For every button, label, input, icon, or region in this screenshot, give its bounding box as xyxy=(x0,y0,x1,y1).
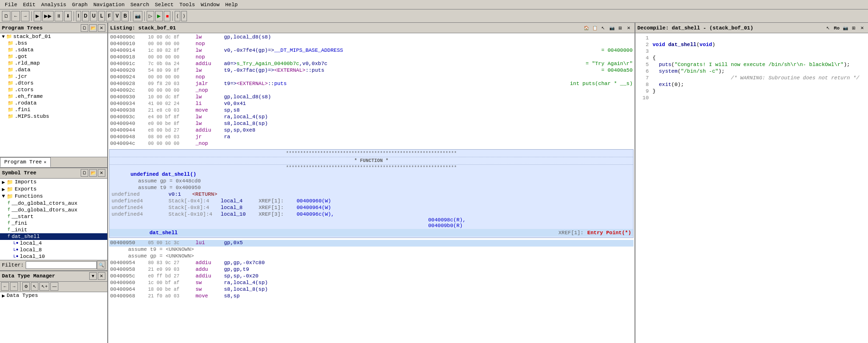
toolbar-f[interactable]: F xyxy=(106,11,112,21)
dtype-cursor2[interactable]: ↖+ xyxy=(39,282,49,291)
toolbar-forward[interactable]: → xyxy=(21,11,29,21)
toolbar-u[interactable]: U xyxy=(90,11,97,21)
sym-init[interactable]: f _init xyxy=(0,227,107,233)
decompiler-close[interactable]: ✕ xyxy=(859,24,866,32)
tree-item-fini[interactable]: 📁 .fini xyxy=(0,106,107,113)
listing-close[interactable]: ✕ xyxy=(625,24,633,32)
menu-select[interactable]: Select xyxy=(152,1,177,9)
toolbar-step[interactable]: ⬇ xyxy=(64,11,72,21)
tree-item-data[interactable]: 📁 .data xyxy=(0,67,107,73)
toolbar-undo[interactable]: I xyxy=(76,11,81,21)
menu-window[interactable]: Window xyxy=(198,1,223,9)
menu-search[interactable]: Search xyxy=(128,1,152,9)
mn-910: nop xyxy=(196,41,224,47)
sl4-xref-label: XREF[1]: xyxy=(259,198,297,204)
toolbar-back[interactable]: ← xyxy=(11,11,20,21)
filter-btn[interactable]: 🔍 xyxy=(97,261,105,269)
dtype-cursor[interactable]: ↖ xyxy=(31,282,38,291)
decompiler-snapshot[interactable]: 📷 xyxy=(841,24,849,32)
toolbar-snap[interactable]: 📷 xyxy=(133,11,142,21)
mn-944: addiu xyxy=(196,127,224,133)
listing-content[interactable]: 0040090c 10 00 dc 8f lw gp,local_d8(s8) … xyxy=(108,33,635,343)
program-trees-close[interactable]: ✕ xyxy=(98,24,105,32)
sym-imports-expand[interactable]: ▶ xyxy=(2,179,7,185)
assume-line-unk2: assume gp = <UNKNOWN> xyxy=(109,253,634,260)
toolbar-v[interactable]: V xyxy=(113,11,121,21)
menu-edit[interactable]: Edit xyxy=(20,1,38,9)
sym-dat-shell[interactable]: f dat_shell xyxy=(0,233,107,240)
tree-item-ctors[interactable]: 📁 .ctors xyxy=(0,86,107,93)
program-tree-tab-close[interactable]: ✕ xyxy=(44,160,46,165)
toolbar-stop[interactable]: ■ xyxy=(164,11,170,21)
sym-local8[interactable]: L● local_8 xyxy=(0,247,107,253)
dtype-close[interactable]: ✕ xyxy=(98,272,105,280)
decompiler-layout[interactable]: ⊞ xyxy=(850,24,858,32)
toolbar-d[interactable]: D xyxy=(82,11,89,21)
line-num-6: 6 xyxy=(637,68,649,75)
sym-start[interactable]: f __start xyxy=(0,213,107,220)
sym-exports[interactable]: ▶ 📁 Exports xyxy=(0,186,107,193)
menu-graph[interactable]: Graph xyxy=(69,1,91,9)
dtype-down-arrow[interactable]: ▼ xyxy=(89,272,97,280)
tree-item-got[interactable]: 📁 .got xyxy=(0,53,107,60)
menu-tools[interactable]: Tools xyxy=(177,1,198,9)
sym-fini[interactable]: f _fini xyxy=(0,220,107,227)
toolbar-play[interactable]: ▷ xyxy=(147,11,154,21)
toolbar-b[interactable]: B xyxy=(121,11,129,21)
sym-functions-expand[interactable]: ▼ xyxy=(2,193,7,199)
dtype-collapse[interactable]: — xyxy=(50,282,58,291)
listing-cursor[interactable]: ↖ xyxy=(599,24,607,32)
tree-item-sdata[interactable]: 📁 .sdata xyxy=(0,47,107,53)
asm-line-920: 00400920 54 80 99 8f lw t9,-0x7fac(gp)=>… xyxy=(109,67,634,74)
sym-global-ctors[interactable]: f __do_global_ctors_aux xyxy=(0,200,107,207)
dtype-nav-back[interactable]: ← xyxy=(1,282,9,291)
sym-exports-expand[interactable]: ▶ xyxy=(2,186,7,192)
toolbar-run2[interactable]: ▶▶ xyxy=(42,11,54,21)
symbol-tree-close[interactable]: ✕ xyxy=(98,169,105,177)
mn-928: jalr xyxy=(196,81,224,86)
dtype-expand[interactable]: ▶ xyxy=(2,293,7,299)
decompiler-cursor[interactable]: ↖ xyxy=(824,24,832,32)
symbol-tree-icon1[interactable]: 🗋 xyxy=(81,169,88,177)
sym-local10[interactable]: L● local_10 xyxy=(0,253,107,260)
tree-item-rodata[interactable]: 📁 .rodata xyxy=(0,100,107,106)
toolbar-run1[interactable]: ▶ xyxy=(34,11,41,21)
folder-icon-data: 📁 xyxy=(8,67,13,73)
toolbar-l[interactable]: L xyxy=(98,11,105,21)
menu-navigation[interactable]: Navigation xyxy=(91,1,128,9)
listing-home[interactable]: 🏠 xyxy=(582,24,590,32)
tree-item-dtors[interactable]: 📁 .dtors xyxy=(0,80,107,86)
decompiler-ro[interactable]: Ro xyxy=(833,24,840,32)
toolbar-extra2[interactable]: ⟩ xyxy=(181,11,187,21)
listing-copy[interactable]: 📋 xyxy=(591,24,598,32)
dtype-item-datatypes[interactable]: ▶ Data Types xyxy=(0,292,107,299)
toolbar-run3[interactable]: ⏸ xyxy=(55,11,63,21)
menu-help[interactable]: Help xyxy=(223,1,241,9)
sym-global-dtors[interactable]: f __do_global_dtors_aux xyxy=(0,207,107,213)
tree-item-jcr[interactable]: 📁 .jcr xyxy=(0,73,107,80)
tree-item-bss[interactable]: 📁 .bss xyxy=(0,40,107,47)
tree-item-rld[interactable]: 📁 .rld_map xyxy=(0,60,107,67)
filter-input[interactable] xyxy=(26,261,97,269)
bytes-95c: e0 ff bd 27 xyxy=(148,274,196,279)
tree-root[interactable]: ▼ 📁 stack_bof_01 xyxy=(0,33,107,40)
sym-functions[interactable]: ▼ 📁 Functions xyxy=(0,193,107,200)
listing-snapshot[interactable]: 📷 xyxy=(608,24,616,32)
tree-item-eh[interactable]: 📁 .eh_frame xyxy=(0,93,107,100)
menu-file[interactable]: File xyxy=(2,1,20,9)
listing-layout[interactable]: ⊞ xyxy=(616,24,624,32)
symbol-tree-open[interactable]: 📂 xyxy=(89,169,97,177)
menu-analysis[interactable]: Analysis xyxy=(38,1,69,9)
sym-local4[interactable]: L● local_4 xyxy=(0,240,107,247)
toolbar-new[interactable]: 🗋 xyxy=(2,11,10,21)
toolbar-extra1[interactable]: ⟨ xyxy=(175,11,180,21)
sym-imports[interactable]: ▶ 📁 Imports xyxy=(0,179,107,186)
program-trees-open[interactable]: 📂 xyxy=(89,24,97,32)
tree-item-mips[interactable]: 📁 .MIPS.stubs xyxy=(0,113,107,120)
decompiler-content[interactable]: 1 2 void dat_shell(void) 3 4 { 5 puts("C… xyxy=(635,33,868,343)
toolbar-green[interactable]: ▶ xyxy=(155,11,163,21)
dtype-nav-fwd[interactable]: → xyxy=(10,282,18,291)
program-tree-tab[interactable]: Program Tree ✕ xyxy=(0,157,51,167)
dtype-gear[interactable]: ⚙ xyxy=(22,282,30,291)
program-trees-icon1[interactable]: 🗋 xyxy=(81,24,88,32)
